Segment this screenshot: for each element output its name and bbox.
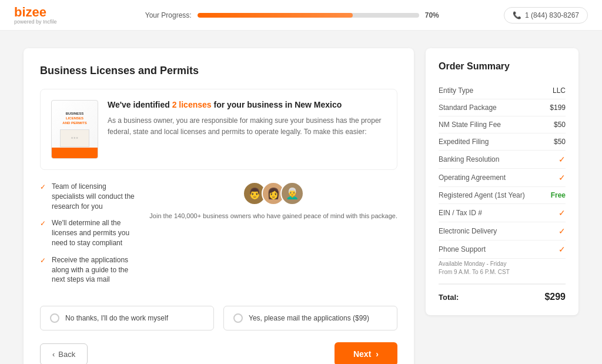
- next-button[interactable]: Next ›: [335, 342, 397, 364]
- progress-bar-fill: [198, 13, 353, 18]
- order-label-filing: NM State Filing Fee: [439, 121, 501, 129]
- order-summary-title: Order Summary: [439, 61, 566, 72]
- order-value-banking: ✓: [558, 155, 566, 164]
- features-row: ✓ Team of licensing specialists will con…: [40, 182, 397, 292]
- feature-item-1: ✓ Team of licensing specialists will con…: [40, 182, 140, 211]
- order-label-phone: Phone Support: [439, 245, 486, 253]
- order-total-label: Total:: [439, 293, 459, 302]
- order-label-standard: Standard Package: [439, 103, 497, 112]
- order-row-entity: Entity Type LLC: [439, 82, 566, 99]
- order-row-operating: Operating Agreement ✓: [439, 169, 566, 187]
- progress-section: Your Progress: 70%: [145, 11, 439, 19]
- check-icon-1: ✓: [40, 182, 47, 192]
- progress-percent: 70%: [425, 11, 439, 19]
- logo-text: bizee: [14, 6, 57, 19]
- heading-post: for your business in New Mexico: [212, 100, 342, 109]
- radio-circle-yes: [233, 313, 243, 323]
- order-row-phone: Phone Support ✓: [439, 241, 566, 259]
- order-row-ein: EIN / Tax ID # ✓: [439, 204, 566, 222]
- main-content: Business Licenses and Permits BUSINESS L…: [0, 31, 602, 364]
- order-row-expedited: Expedited Filing $50: [439, 133, 566, 151]
- left-panel: Business Licenses and Permits BUSINESS L…: [24, 48, 414, 364]
- order-label-banking: Banking Resolution: [439, 155, 499, 163]
- avatars-row: 👨 👩 👨‍🦳: [243, 182, 304, 205]
- header: bizee powered by Incfile Your Progress: …: [0, 0, 602, 31]
- feature-text-2: We'll determine all the licenses and per…: [52, 218, 140, 248]
- order-summary-panel: Order Summary Entity Type LLC Standard P…: [426, 48, 578, 315]
- radio-label-no: No thanks, I'll do the work myself: [65, 314, 168, 322]
- radio-label-yes: Yes, please mail the applications ($99): [249, 314, 369, 322]
- order-value-expedited: $50: [554, 138, 566, 146]
- order-label-agent: Registered Agent (1st Year): [439, 191, 525, 199]
- features-list: ✓ Team of licensing specialists will con…: [40, 182, 140, 292]
- order-value-operating: ✓: [558, 173, 566, 182]
- radio-option-no[interactable]: No thanks, I'll do the work myself: [40, 306, 214, 330]
- license-heading: We've identified 2 licenses for your bus…: [108, 100, 386, 109]
- avatar-section: 👨 👩 👨‍🦳 Join the 140,000+ business owner…: [149, 182, 397, 221]
- order-row-delivery: Electronic Delivery ✓: [439, 222, 566, 241]
- phone-number: 1 (844) 830-8267: [525, 11, 579, 19]
- progress-bar-bg: [198, 13, 419, 18]
- logo-powered: powered by Incfile: [14, 19, 57, 25]
- radio-circle-no: [50, 313, 59, 323]
- order-label-operating: Operating Agreement: [439, 173, 506, 182]
- logo: bizee powered by Incfile: [14, 6, 57, 25]
- avatar-text: Join the 140,000+ business owners who ha…: [149, 211, 397, 221]
- feature-item-2: ✓ We'll determine all the licenses and p…: [40, 218, 140, 248]
- back-button[interactable]: ‹ Back: [40, 343, 88, 364]
- check-icon-2: ✓: [40, 219, 47, 229]
- phone-icon: 📞: [513, 11, 521, 19]
- order-value-entity: LLC: [553, 86, 566, 95]
- heading-highlight: 2 licenses: [172, 100, 212, 109]
- heading-pre: We've identified: [108, 100, 172, 109]
- order-total-value: $299: [544, 292, 566, 302]
- back-label: Back: [58, 350, 75, 359]
- order-value-ein: ✓: [558, 208, 566, 218]
- phone-support-note: Available Monday - FridayFrom 9 A.M. To …: [439, 260, 566, 281]
- order-row-filing: NM State Filing Fee $50: [439, 116, 566, 133]
- order-row-agent: Registered Agent (1st Year) Free: [439, 187, 566, 204]
- book-image: BUSINESS LICENSES AND PERMITS ≡ ≡ ≡: [51, 100, 98, 159]
- license-text-area: We've identified 2 licenses for your bus…: [108, 100, 386, 159]
- radio-options: No thanks, I'll do the work myself Yes, …: [40, 306, 397, 330]
- next-label: Next: [353, 349, 371, 359]
- back-chevron-icon: ‹: [52, 350, 55, 359]
- check-icon-3: ✓: [40, 256, 47, 266]
- order-label-ein: EIN / Tax ID #: [439, 209, 482, 217]
- avatar-3: 👨‍🦳: [280, 182, 304, 205]
- feature-text-3: Receive the applications along with a gu…: [52, 255, 140, 285]
- feature-text-1: Team of licensing specialists will condu…: [52, 182, 140, 211]
- order-value-delivery: ✓: [558, 226, 566, 236]
- order-label-entity: Entity Type: [439, 86, 473, 95]
- order-value-standard: $199: [550, 103, 566, 112]
- radio-option-yes[interactable]: Yes, please mail the applications ($99): [223, 306, 397, 330]
- book-stripe: [52, 148, 98, 158]
- order-value-filing: $50: [554, 121, 566, 129]
- order-row-banking: Banking Resolution ✓: [439, 151, 566, 169]
- license-card: BUSINESS LICENSES AND PERMITS ≡ ≡ ≡ We'v…: [40, 89, 397, 170]
- progress-label: Your Progress:: [145, 11, 192, 19]
- book-cover: BUSINESS LICENSES AND PERMITS ≡ ≡ ≡: [60, 112, 89, 146]
- order-row-standard: Standard Package $199: [439, 99, 566, 116]
- panel-title: Business Licenses and Permits: [40, 65, 397, 77]
- license-body: As a business owner, you are responsible…: [108, 115, 386, 138]
- bottom-buttons: ‹ Back Next ›: [40, 342, 397, 364]
- phone-button[interactable]: 📞 1 (844) 830-8267: [504, 7, 588, 24]
- order-value-phone: ✓: [558, 245, 566, 254]
- order-value-agent: Free: [551, 191, 566, 199]
- feature-item-3: ✓ Receive the applications along with a …: [40, 255, 140, 285]
- order-total-row: Total: $299: [439, 283, 566, 302]
- order-label-expedited: Expedited Filing: [439, 138, 489, 146]
- order-label-delivery: Electronic Delivery: [439, 227, 497, 235]
- next-chevron-icon: ›: [376, 349, 379, 359]
